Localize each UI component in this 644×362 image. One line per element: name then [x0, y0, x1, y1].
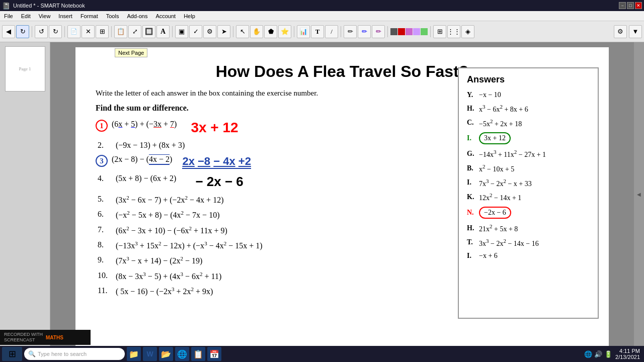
- undo-button[interactable]: ↺: [35, 25, 48, 38]
- grid-button[interactable]: ⊞: [433, 25, 446, 38]
- maths-logo: MATHS: [46, 335, 63, 340]
- line-button[interactable]: /: [325, 25, 338, 38]
- taskbar-explorer[interactable]: 📁: [127, 347, 141, 361]
- next-page-tooltip: Next Page: [115, 48, 147, 57]
- arrow-button[interactable]: ➤: [217, 25, 230, 38]
- answer-k-letter: K.: [467, 193, 476, 201]
- document-page: How Does A Flea Travel So Fast? Write th…: [75, 47, 609, 346]
- answer-i2: I. 7x3 − 2x2 − x + 33: [467, 178, 590, 188]
- title-bar-text: 📓 Untitled * - SMART Notebook: [2, 2, 85, 10]
- special-button[interactable]: ▣: [175, 25, 188, 38]
- screencast-text: SCREENCAST: [4, 337, 43, 343]
- eraser-button[interactable]: ◈: [461, 25, 474, 38]
- menu-help[interactable]: Help: [182, 13, 197, 19]
- bar-chart-button[interactable]: 📊: [297, 25, 310, 38]
- taskbar-files[interactable]: 📂: [159, 347, 173, 361]
- menu-tools[interactable]: Tools: [104, 13, 121, 19]
- color-swatch-violet[interactable]: [413, 28, 420, 35]
- answer-y-letter: Y.: [467, 91, 476, 99]
- close-button[interactable]: ✕: [635, 2, 642, 9]
- problem-4-answer: − 2x − 6: [195, 174, 243, 190]
- page-thumbnail[interactable]: Page 1: [5, 46, 45, 92]
- network-icon: 🌐: [584, 350, 592, 358]
- content-area: Next Page How Does A Flea Travel So Fast…: [50, 42, 634, 346]
- answer-h1: H. x3 − 6x2 + 8x + 6: [467, 104, 590, 114]
- menu-file[interactable]: File: [2, 13, 15, 19]
- minimize-button[interactable]: −: [619, 2, 626, 9]
- new-button[interactable]: 📄: [67, 25, 80, 38]
- right-sidebar[interactable]: ◀: [634, 42, 644, 346]
- taskbar-word[interactable]: W: [143, 347, 157, 361]
- answer-h2-letter: H.: [467, 224, 476, 232]
- answer-g-letter: G.: [467, 150, 476, 158]
- problem-9-number: 9.: [98, 255, 112, 264]
- answers-box: Answers Y. −x − 10 H. x3 − 6x2 + 8x + 6 …: [458, 67, 599, 319]
- dots-button[interactable]: ⋮⋮: [447, 25, 460, 38]
- checkmark-button[interactable]: ✓: [189, 25, 202, 38]
- answer-y-expr: −x − 10: [479, 91, 501, 99]
- menu-insert[interactable]: Insert: [56, 13, 74, 19]
- start-button[interactable]: ⊞: [2, 347, 22, 361]
- text-button[interactable]: A: [156, 25, 170, 38]
- system-tray: 🌐 🔊 🔋: [584, 350, 612, 358]
- main-window: 📓 Untitled * - SMART Notebook − □ ✕ File…: [0, 0, 644, 346]
- answer-i2-letter: I.: [467, 178, 476, 187]
- menu-account[interactable]: Account: [153, 13, 178, 19]
- menu-edit[interactable]: Edit: [19, 13, 33, 19]
- problem-10-expr: (8x − 3x3 − 5) + (4x3 − 6x2 + 11): [116, 271, 221, 281]
- toolbar-separator-8: [387, 26, 388, 37]
- fullscreen-button[interactable]: ⤢: [128, 25, 141, 38]
- toolbar-separator-3: [111, 26, 112, 37]
- settings-button[interactable]: ⚙: [203, 25, 216, 38]
- toolbar-separator-6: [294, 26, 294, 37]
- settings-gear[interactable]: ⚙: [614, 25, 627, 38]
- answer-i3-letter: I.: [467, 252, 476, 260]
- text2-button[interactable]: T: [311, 25, 324, 38]
- pen2-button[interactable]: ✏: [358, 25, 371, 38]
- problem-5-number: 5.: [98, 195, 112, 204]
- answer-i2-expr: 7x3 − 2x2 − x + 33: [479, 178, 532, 188]
- answer-y: Y. −x − 10: [467, 91, 590, 99]
- problem-3-number: 3: [96, 155, 108, 167]
- taskbar-smartboard[interactable]: 📋: [191, 347, 205, 361]
- answer-g: G. −14x3 + 11x2 − 27x + 1: [467, 149, 590, 159]
- answers-title: Answers: [467, 74, 590, 85]
- maximize-button[interactable]: □: [627, 2, 634, 9]
- answer-i1-expr: 3x + 12: [479, 132, 511, 144]
- problem-4-expr: (5x + 8) − (6x + 2): [116, 174, 176, 183]
- menu-addons[interactable]: Add-ons: [125, 13, 149, 19]
- table-button[interactable]: ⊞: [96, 25, 109, 38]
- print-button[interactable]: ✕: [82, 25, 95, 38]
- redo-button[interactable]: ↻: [49, 25, 62, 38]
- move-button[interactable]: ✋: [250, 25, 263, 38]
- color-swatch-green[interactable]: [421, 28, 428, 35]
- color-swatch-red[interactable]: [398, 28, 405, 35]
- pen3-button[interactable]: ✏: [372, 25, 385, 38]
- answer-k: K. 12x2 − 14x + 1: [467, 192, 590, 202]
- page-view-button[interactable]: 📋: [114, 25, 127, 38]
- problem-7-expr: (6x2 − 3x + 10) − (−6x2 + 11x + 9): [116, 225, 227, 235]
- expand-button[interactable]: ▼: [629, 25, 642, 38]
- search-box[interactable]: 🔍 Type here to search: [24, 348, 125, 360]
- answer-i-green: I. 3x + 12: [467, 132, 590, 144]
- shape-button[interactable]: ⬟: [264, 25, 277, 38]
- menu-format[interactable]: Format: [78, 13, 100, 19]
- menu-view[interactable]: View: [37, 13, 53, 19]
- zoom-button[interactable]: 🔲: [142, 25, 155, 38]
- answer-n-letter: N.: [467, 209, 476, 217]
- pen-button[interactable]: ✏: [344, 25, 357, 38]
- color-swatch-pink[interactable]: [406, 28, 413, 35]
- answer-h2-expr: 21x2 + 5x + 8: [479, 223, 518, 233]
- taskbar-chrome[interactable]: 🌐: [175, 347, 189, 361]
- star-button[interactable]: ⭐: [278, 25, 291, 38]
- forward-button[interactable]: ↻: [16, 25, 29, 38]
- pointer-button[interactable]: ↖: [236, 25, 249, 38]
- color-swatch-gray[interactable]: [390, 28, 397, 35]
- recording-info: RECORDED WITH SCREENCAST: [4, 332, 43, 343]
- problem-8-number: 8.: [98, 240, 112, 249]
- problem-1-answer: 3x + 12: [191, 120, 238, 136]
- back-button[interactable]: ◀: [2, 25, 15, 38]
- taskbar-calendar[interactable]: 📅: [207, 347, 221, 361]
- problem-9-expr: (7x3 − x + 14) − (2x2 − 19): [116, 255, 202, 265]
- recording-bar: RECORDED WITH SCREENCAST MATHS: [0, 330, 91, 345]
